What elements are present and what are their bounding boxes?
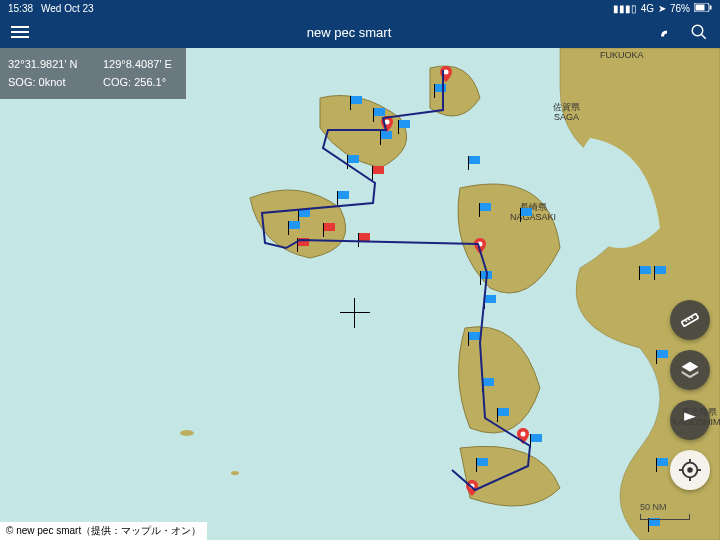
search-icon[interactable] [690,23,708,41]
waypoint-pin[interactable] [466,480,478,496]
cog-value: 256.1° [134,76,166,88]
menu-button[interactable] [0,26,40,38]
label-nagasaki-en: NAGASAKI [510,212,556,222]
blue-flag-marker[interactable] [497,408,509,418]
app-title: new pec smart [40,25,658,40]
network-type: 4G [641,3,654,14]
svg-point-8 [385,120,390,125]
blue-flag-marker[interactable] [434,84,446,94]
svg-point-9 [478,242,483,247]
blue-flag-marker[interactable] [337,191,349,201]
svg-point-7 [444,70,449,75]
svg-point-10 [521,432,526,437]
blue-flag-marker[interactable] [468,332,480,342]
blue-flag-marker[interactable] [639,266,651,276]
red-flag-marker[interactable] [297,238,309,248]
blue-flag-marker[interactable] [350,96,362,106]
gps-info-panel: 32°31.9821' N 129°8.4087' E SOG: 0knot C… [0,48,186,99]
svg-point-5 [180,430,194,436]
blue-flag-marker[interactable] [479,203,491,213]
fab-column [670,300,710,490]
svg-line-15 [691,317,693,319]
longitude-value: 129°8.4087' E [103,56,172,74]
status-time: 15:38 [8,3,33,14]
blue-flag-marker[interactable] [654,266,666,276]
blue-flag-marker[interactable] [482,378,494,388]
svg-point-3 [692,25,703,36]
blue-flag-marker[interactable] [380,131,392,141]
ruler-button[interactable] [670,300,710,340]
red-flag-marker[interactable] [372,166,384,176]
signal-bars-icon: ▮▮▮▯ [613,3,637,14]
waypoint-pin[interactable] [517,428,529,444]
layers-button[interactable] [670,350,710,390]
svg-rect-2 [710,5,712,9]
label-saga-jp: 佐賀県 [553,102,580,112]
blue-flag-marker[interactable] [484,295,496,305]
sog-label: SOG: [8,76,36,88]
scale-indicator: 50 NM [640,502,690,520]
app-bar: new pec smart [0,16,720,48]
blue-flag-marker[interactable] [656,350,668,360]
red-flag-marker[interactable] [323,223,335,233]
svg-point-6 [231,471,239,475]
status-date: Wed Oct 23 [41,3,94,14]
waypoint-pin[interactable] [381,116,393,132]
battery-percent: 76% [670,3,690,14]
svg-line-14 [688,319,690,321]
label-fukuoka: FUKUOKA [600,51,644,61]
blue-flag-marker[interactable] [530,434,542,444]
status-bar: 15:38 Wed Oct 23 ▮▮▮▯ 4G ➤ 76% [0,0,720,16]
svg-point-11 [470,484,475,489]
app-root: 15:38 Wed Oct 23 ▮▮▮▯ 4G ➤ 76% new pec s… [0,0,720,540]
cog-label: COG: [103,76,131,88]
battery-icon [694,3,712,14]
scale-value: 50 NM [640,502,667,512]
blue-flag-marker[interactable] [520,208,532,218]
blue-flag-marker[interactable] [298,209,310,219]
flag-button[interactable] [670,400,710,440]
svg-rect-1 [696,4,705,10]
map-credit: © new pec smart（提供：マップル・オン） [0,522,207,540]
latitude-value: 32°31.9821' N [8,56,103,74]
blue-flag-marker[interactable] [656,458,668,468]
waypoint-pin[interactable] [440,66,452,82]
center-crosshair [340,298,370,328]
svg-point-17 [688,468,692,472]
land-shapes [0,48,720,540]
blue-flag-marker[interactable] [480,271,492,281]
nautical-chart[interactable]: FUKUOKA 佐賀県SAGA 長崎県NAGASAKI 鹿児島県KAGOSHIM… [0,48,720,540]
sog-value: 0knot [39,76,66,88]
blue-flag-marker[interactable] [468,156,480,166]
locate-button[interactable] [670,450,710,490]
blue-flag-marker[interactable] [476,458,488,468]
svg-line-4 [701,34,706,39]
label-saga-en: SAGA [554,112,579,122]
svg-line-13 [686,320,688,322]
blue-flag-marker[interactable] [288,221,300,231]
waypoint-pin[interactable] [474,238,486,254]
blue-flag-marker[interactable] [398,120,410,130]
red-flag-marker[interactable] [358,233,370,243]
blue-flag-marker[interactable] [347,155,359,165]
satellite-icon[interactable] [658,23,676,41]
location-icon: ➤ [658,3,666,14]
